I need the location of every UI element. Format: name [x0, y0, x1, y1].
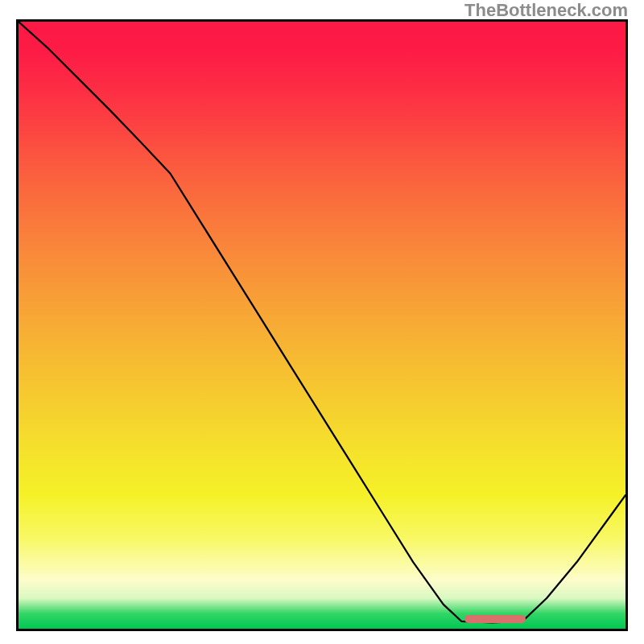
plot-area	[16, 19, 628, 631]
curve-svg	[19, 22, 625, 629]
bottleneck-curve	[19, 22, 625, 622]
optimum-marker	[464, 615, 525, 623]
watermark-text: TheBottleneck.com	[464, 0, 628, 21]
